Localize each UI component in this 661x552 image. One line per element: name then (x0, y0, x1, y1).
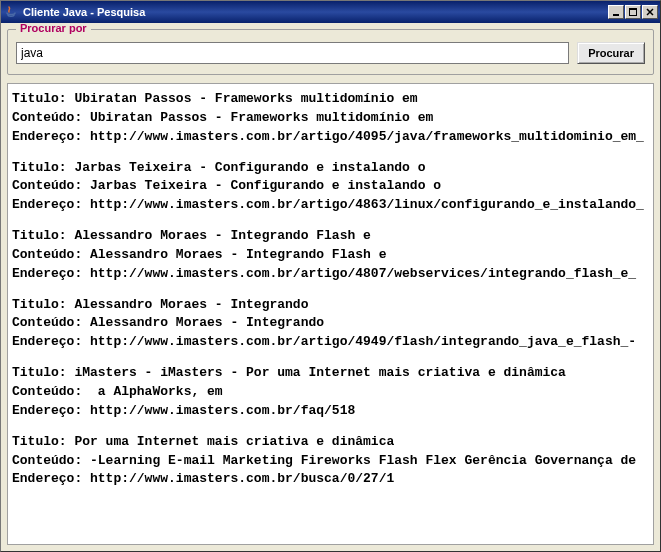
java-app-icon (3, 4, 19, 20)
result-title: Titulo: Alessandro Moraes - Integrando (12, 296, 649, 315)
result-title: Titulo: iMasters - iMasters - Por uma In… (12, 364, 649, 383)
search-button[interactable]: Procurar (577, 42, 645, 64)
results-area: Titulo: Ubiratan Passos - Frameworks mul… (7, 83, 654, 545)
result-block: Titulo: iMasters - iMasters - Por uma In… (12, 364, 649, 421)
result-content: Conteúdo: Alessandro Moraes - Integrando… (12, 246, 649, 265)
svg-rect-0 (613, 14, 619, 16)
close-button[interactable] (642, 5, 658, 19)
result-block: Titulo: Alessandro Moraes - Integrando F… (12, 227, 649, 284)
search-input[interactable] (16, 42, 569, 64)
app-window: Cliente Java - Pesquisa Procurar por Pro… (0, 0, 661, 552)
result-title: Titulo: Alessandro Moraes - Integrando F… (12, 227, 649, 246)
search-panel: Procurar por Procurar (7, 29, 654, 75)
result-address: Endereço: http://www.imasters.com.br/art… (12, 333, 649, 352)
title-bar: Cliente Java - Pesquisa (1, 1, 660, 23)
result-content: Conteúdo: a AlphaWorks, em (12, 383, 649, 402)
result-address: Endereço: http://www.imasters.com.br/bus… (12, 470, 649, 489)
search-row: Procurar (16, 42, 645, 64)
window-title: Cliente Java - Pesquisa (23, 6, 608, 18)
result-title: Titulo: Por uma Internet mais criativa e… (12, 433, 649, 452)
result-content: Conteúdo: Alessandro Moraes - Integrando (12, 314, 649, 333)
maximize-button[interactable] (625, 5, 641, 19)
result-address: Endereço: http://www.imasters.com.br/art… (12, 196, 649, 215)
result-address: Endereço: http://www.imasters.com.br/art… (12, 265, 649, 284)
result-block: Titulo: Por uma Internet mais criativa e… (12, 433, 649, 490)
result-address: Endereço: http://www.imasters.com.br/faq… (12, 402, 649, 421)
result-content: Conteúdo: -Learning E-mail Marketing Fir… (12, 452, 649, 471)
result-title: Titulo: Ubiratan Passos - Frameworks mul… (12, 90, 649, 109)
window-controls (608, 5, 658, 19)
result-block: Titulo: Alessandro Moraes - IntegrandoCo… (12, 296, 649, 353)
result-address: Endereço: http://www.imasters.com.br/art… (12, 128, 649, 147)
result-block: Titulo: Ubiratan Passos - Frameworks mul… (12, 90, 649, 147)
result-content: Conteúdo: Ubiratan Passos - Frameworks m… (12, 109, 649, 128)
client-area: Procurar por Procurar Titulo: Ubiratan P… (1, 23, 660, 551)
result-block: Titulo: Jarbas Teixeira - Configurando e… (12, 159, 649, 216)
result-title: Titulo: Jarbas Teixeira - Configurando e… (12, 159, 649, 178)
search-legend: Procurar por (16, 23, 91, 34)
minimize-button[interactable] (608, 5, 624, 19)
svg-rect-2 (629, 8, 637, 10)
result-content: Conteúdo: Jarbas Teixeira - Configurando… (12, 177, 649, 196)
